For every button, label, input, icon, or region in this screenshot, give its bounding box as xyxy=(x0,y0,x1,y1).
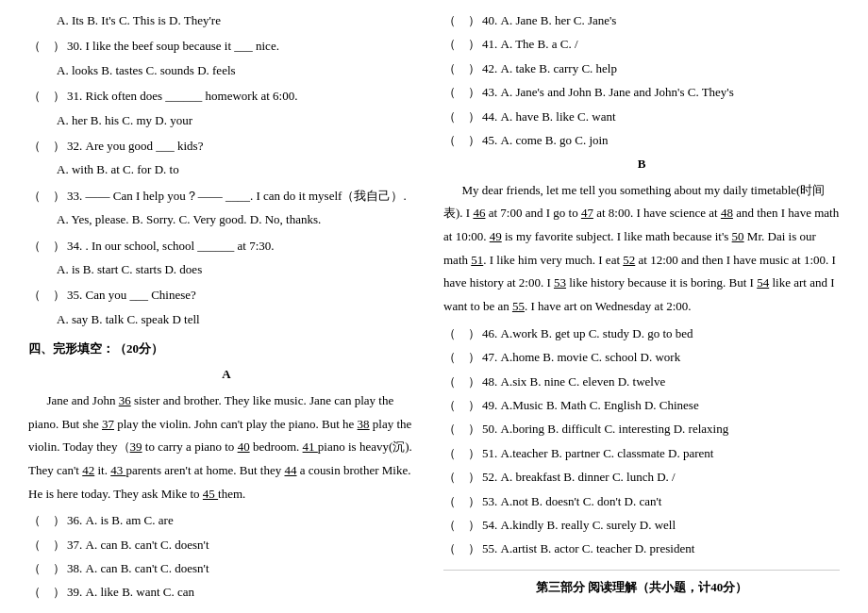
question-37: （ ）37. A. can B. can't C. doesn't xyxy=(28,534,425,555)
question-32: （ ）32. Are you good ___ kids? xyxy=(28,135,425,157)
question-48: （ ）48. A.six B. nine C. eleven D. twelve xyxy=(443,371,840,392)
blank-51: 51 xyxy=(471,253,483,267)
col-b-header: B xyxy=(443,153,840,174)
question-33: （ ）33. —— Can I help you？—— ____. I can … xyxy=(28,185,425,207)
blank-53: 53 xyxy=(554,275,566,290)
question-44: （ ）44. A. have B. like C. want xyxy=(443,106,840,127)
question-41: （ ）41. A. The B. a C. / xyxy=(443,33,840,55)
question-38: （ ）38. A. can B. can't C. doesn't xyxy=(28,557,425,579)
blank-47: 47 xyxy=(581,206,593,220)
question-52: （ ）52. A. breakfast B. dinner C. lunch D… xyxy=(443,466,840,488)
blank-48: 48 xyxy=(721,206,733,220)
left-column: A. Its B. It's C. This is D. They're （ ）… xyxy=(28,9,425,605)
q35-options: A. say B. talk C. speak D tell xyxy=(57,308,425,330)
q31-num: 31. xyxy=(67,89,82,103)
question-31: （ ）31. Rick often does ______ homework a… xyxy=(28,85,425,107)
q33-paren: （ ） xyxy=(28,189,65,203)
right-column: （ ）40. A. Jane B. her C. Jane's （ ）41. A… xyxy=(443,9,840,605)
blank-55: 55 xyxy=(512,299,525,313)
blank-54: 54 xyxy=(757,275,769,290)
question-39: （ ）39. A. like B. want C. can xyxy=(28,581,425,603)
blank-39: 39 xyxy=(130,439,142,454)
q35-num: 35. xyxy=(67,288,82,302)
blank-45: 45 xyxy=(203,487,218,501)
top-options-text: A. Its B. It's C. This is D. They're xyxy=(57,13,221,27)
col-a-header: A xyxy=(28,363,425,385)
blank-42: 42 xyxy=(82,463,94,477)
section4-header: 四、完形填空：（20分） xyxy=(28,338,425,359)
question-35: （ ）35. Can you ___ Chinese? xyxy=(28,284,425,306)
q30-num: 30. xyxy=(67,39,82,53)
question-50: （ ）50. A.boring B. difficult C. interest… xyxy=(443,418,840,439)
q33-text: —— Can I help you？—— ____. I can do it m… xyxy=(86,189,407,203)
question-45: （ ）45. A. come B. go C. join xyxy=(443,129,840,151)
blank-41: 41 xyxy=(303,439,318,454)
q33-options: A. Yes, please. B. Sorry. C. Very good. … xyxy=(57,208,425,230)
passage-b: My dear friends, let me tell you somethi… xyxy=(443,179,840,319)
question-51: （ ）51. A.teacher B. partner C. classmate… xyxy=(443,442,840,464)
question-34: （ ）34. . In our school, school ______ at… xyxy=(28,235,425,257)
q33-num: 33. xyxy=(67,189,82,203)
q30-text: I like the beef soup because it ___ nice… xyxy=(86,39,279,53)
part3-title: 第三部分 阅读理解（共小题，计40分） xyxy=(443,570,840,598)
q30-paren: （ ） xyxy=(28,39,65,53)
blank-40: 40 xyxy=(238,439,250,454)
question-40: （ ）40. A. Jane B. her C. Jane's xyxy=(443,9,840,31)
blank-50: 50 xyxy=(732,229,744,243)
question-43: （ ）43. A. Jane's and John B. Jane and Jo… xyxy=(443,81,840,103)
q30-options: A. looks B. tastes C. sounds D. feels xyxy=(57,59,425,81)
blank-43: 43 xyxy=(110,463,125,477)
q32-text: Are you good ___ kids? xyxy=(86,139,204,153)
blank-44: 44 xyxy=(285,463,297,477)
q34-text: . In our school, school ______ at 7:30. xyxy=(86,239,275,253)
blank-38: 38 xyxy=(358,417,370,431)
question-54: （ ）54. A.kindly B. really C. surely D. w… xyxy=(443,514,840,536)
blank-46: 46 xyxy=(473,206,485,220)
q34-paren: （ ） xyxy=(28,239,65,253)
question-47: （ ）47. A.home B. movie C. school D. work xyxy=(443,346,840,368)
question-36: （ ）36. A. is B. am C. are xyxy=(28,509,425,531)
question-55: （ ）55. A.artist B. actor C. teacher D. p… xyxy=(443,538,840,559)
q31-text: Rick often does ______ homework at 6:00. xyxy=(86,89,298,103)
question-53: （ ）53. A.not B. doesn't C. don't D. can'… xyxy=(443,490,840,512)
blank-36: 36 xyxy=(119,393,131,407)
q35-text: Can you ___ Chinese? xyxy=(86,288,196,302)
q32-num: 32. xyxy=(67,139,82,153)
blank-49: 49 xyxy=(490,229,502,243)
q34-num: 34. xyxy=(67,239,82,253)
q31-options: A. her B. his C. my D. your xyxy=(57,109,425,131)
q32-paren: （ ） xyxy=(28,139,65,153)
q31-paren: （ ） xyxy=(28,89,65,103)
q32-options: A. with B. at C. for D. to xyxy=(57,158,425,180)
question-49: （ ）49. A.Music B. Math C. English D. Chi… xyxy=(443,394,840,416)
passage-a: Jane and John 36 sister and brother. The… xyxy=(28,389,425,505)
question-30: （ ）30. I like the beef soup because it _… xyxy=(28,35,425,57)
blank-37: 37 xyxy=(102,417,114,431)
blank-52: 52 xyxy=(623,253,635,267)
question-42: （ ）42. A. take B. carry C. help xyxy=(443,58,840,79)
q35-paren: （ ） xyxy=(28,288,65,302)
question-46: （ ）46. A.work B. get up C. study D. go t… xyxy=(443,323,840,344)
top-options-line: A. Its B. It's C. This is D. They're xyxy=(57,9,425,31)
q34-options: A. is B. start C. starts D. does xyxy=(57,258,425,280)
